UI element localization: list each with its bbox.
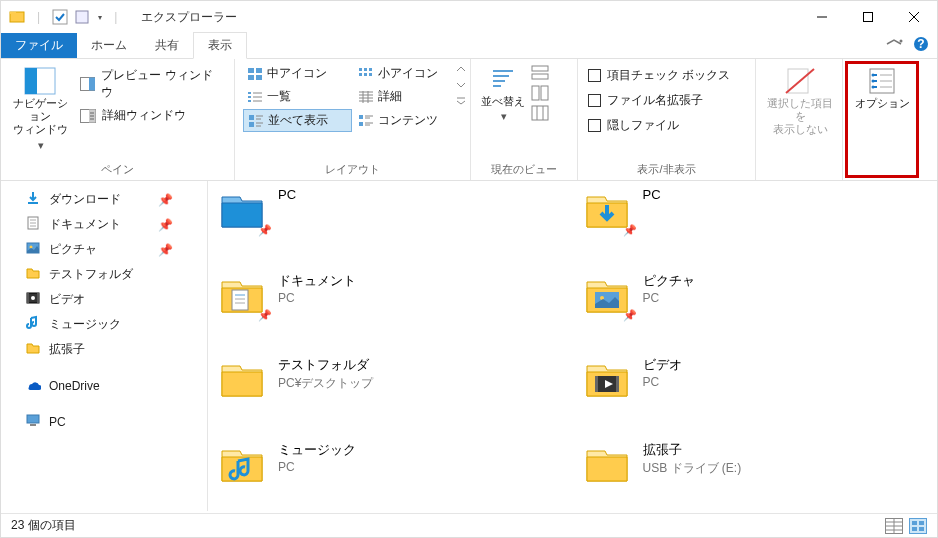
navigation-pane-button[interactable]: ナビゲーション ウィンドウ ▾ — [9, 63, 72, 152]
pin-icon: 📌 — [258, 309, 272, 322]
tree-item-テストフォルダ[interactable]: テストフォルダ — [1, 262, 207, 287]
svg-rect-42 — [249, 115, 254, 120]
details-view-button[interactable] — [885, 518, 903, 534]
file-location: PC — [643, 291, 695, 305]
ribbon: ナビゲーション ウィンドウ ▾ プレビュー ウィンドウ 詳細ウィンドウ ペイン … — [1, 59, 937, 181]
chevron-down-icon: ▾ — [501, 110, 507, 123]
options-button[interactable]: オプション — [851, 63, 913, 110]
file-name: PC — [278, 187, 296, 202]
tree-item-PC[interactable]: PC — [1, 398, 207, 434]
layout-small-icons[interactable]: 小アイコン — [354, 63, 463, 84]
large-icons-view-button[interactable] — [909, 518, 927, 534]
svg-rect-103 — [912, 521, 917, 525]
pictures-folder-icon: 📌 — [583, 270, 631, 318]
file-list[interactable]: 📌PC📌PC📌ドキュメントPC📌ピクチャPCテストフォルダPC¥デスクトップビデ… — [208, 181, 937, 511]
svg-rect-14 — [89, 78, 96, 91]
group-by-icon[interactable] — [531, 65, 549, 81]
file-item[interactable]: 📌PC — [583, 185, 928, 254]
svg-rect-12 — [25, 68, 37, 94]
svg-rect-102 — [910, 518, 927, 533]
tree-item-ミュージック[interactable]: ミュージック — [1, 312, 207, 337]
svg-rect-84 — [37, 293, 39, 303]
svg-rect-2 — [53, 10, 67, 24]
details-icon — [358, 90, 374, 104]
svg-rect-21 — [256, 68, 262, 73]
expand-gallery-icon[interactable] — [456, 97, 466, 105]
file-item[interactable]: テストフォルダPC¥デスクトップ — [218, 354, 563, 423]
minimize-ribbon-icon[interactable] — [885, 38, 903, 50]
sort-by-button[interactable]: 並べ替え ▾ — [479, 63, 527, 123]
scroll-up-icon[interactable] — [456, 65, 466, 73]
file-item[interactable]: ミュージックPC — [218, 439, 563, 508]
svg-rect-32 — [248, 96, 251, 98]
layout-details[interactable]: 詳細 — [354, 86, 463, 107]
maximize-button[interactable] — [845, 1, 891, 33]
file-item[interactable]: 📌ピクチャPC — [583, 270, 928, 339]
file-name: 拡張子 — [643, 441, 742, 459]
tab-share[interactable]: 共有 — [141, 33, 193, 58]
hide-selected-button[interactable]: 選択した項目を 表示しない — [764, 63, 836, 137]
tree-item-ピクチャ[interactable]: ピクチャ📌 — [1, 237, 207, 262]
hidden-files-toggle[interactable]: 隠しファイル — [586, 115, 747, 136]
tree-item-label: テストフォルダ — [49, 266, 133, 283]
navigation-tree[interactable]: ダウンロード📌ドキュメント📌ピクチャ📌テストフォルダビデオミュージック拡張子On… — [1, 181, 208, 511]
tree-item-拡張子[interactable]: 拡張子 — [1, 337, 207, 362]
layout-content[interactable]: コンテンツ — [354, 109, 463, 132]
pin-icon: 📌 — [158, 193, 173, 207]
details-pane-button[interactable]: 詳細ウィンドウ — [76, 105, 226, 126]
file-item[interactable]: 📌ドキュメントPC — [218, 270, 563, 339]
svg-rect-20 — [248, 68, 254, 73]
window-title: エクスプローラー — [141, 9, 237, 26]
svg-rect-51 — [359, 122, 363, 126]
chevron-down-icon: ▾ — [38, 139, 44, 152]
add-columns-icon[interactable] — [531, 85, 549, 101]
file-item[interactable]: ビデオPC — [583, 354, 928, 423]
group-label: 表示/非表示 — [578, 162, 755, 177]
item-checkboxes-toggle[interactable]: 項目チェック ボックス — [586, 65, 747, 86]
folder-icon — [25, 340, 41, 359]
tree-item-label: ビデオ — [49, 291, 85, 308]
help-icon[interactable]: ? — [913, 36, 929, 52]
layout-medium-icons[interactable]: 中アイコン — [243, 63, 352, 84]
tab-file[interactable]: ファイル — [1, 33, 77, 58]
size-columns-icon[interactable] — [531, 105, 549, 121]
video-folder-icon — [583, 354, 631, 402]
checkbox-icon — [588, 94, 601, 107]
file-item[interactable]: 📌PC — [218, 185, 563, 254]
scroll-down-icon[interactable] — [456, 81, 466, 89]
tree-item-ドキュメント[interactable]: ドキュメント📌 — [1, 212, 207, 237]
tab-home[interactable]: ホーム — [77, 33, 141, 58]
onedrive-icon — [25, 376, 41, 395]
explorer-icon — [9, 9, 25, 25]
qat-dropdown-icon[interactable]: ▾ — [98, 13, 102, 22]
tab-view[interactable]: 表示 — [193, 32, 247, 59]
tree-item-label: ダウンロード — [49, 191, 121, 208]
preview-pane-button[interactable]: プレビュー ウィンドウ — [76, 65, 226, 103]
checkbox-qat-icon[interactable] — [52, 9, 68, 25]
pin-icon: 📌 — [623, 309, 637, 322]
tree-item-ビデオ[interactable]: ビデオ — [1, 287, 207, 312]
minimize-button[interactable] — [799, 1, 845, 33]
svg-rect-62 — [541, 86, 548, 100]
svg-rect-29 — [369, 73, 372, 76]
file-item[interactable]: 拡張子USB ドライブ (E:) — [583, 439, 928, 508]
svg-point-8 — [900, 40, 903, 43]
folder-icon — [583, 439, 631, 487]
pin-icon: 📌 — [258, 224, 272, 237]
layout-list[interactable]: 一覧 — [243, 86, 352, 107]
close-button[interactable] — [891, 1, 937, 33]
file-extensions-toggle[interactable]: ファイル名拡張子 — [586, 90, 747, 111]
folder-icon — [218, 354, 266, 402]
svg-text:?: ? — [917, 37, 924, 51]
svg-rect-22 — [248, 75, 254, 80]
tree-item-ダウンロード[interactable]: ダウンロード📌 — [1, 187, 207, 212]
hide-selected-icon — [784, 67, 816, 95]
tree-item-label: ミュージック — [49, 316, 121, 333]
tree-item-OneDrive[interactable]: OneDrive — [1, 362, 207, 398]
file-name: ドキュメント — [278, 272, 356, 290]
layout-tiles[interactable]: 並べて表示 — [243, 109, 352, 132]
properties-qat-icon[interactable] — [74, 9, 90, 25]
file-name: ビデオ — [643, 356, 682, 374]
group-label: レイアウト — [235, 162, 470, 177]
tree-item-label: 拡張子 — [49, 341, 85, 358]
